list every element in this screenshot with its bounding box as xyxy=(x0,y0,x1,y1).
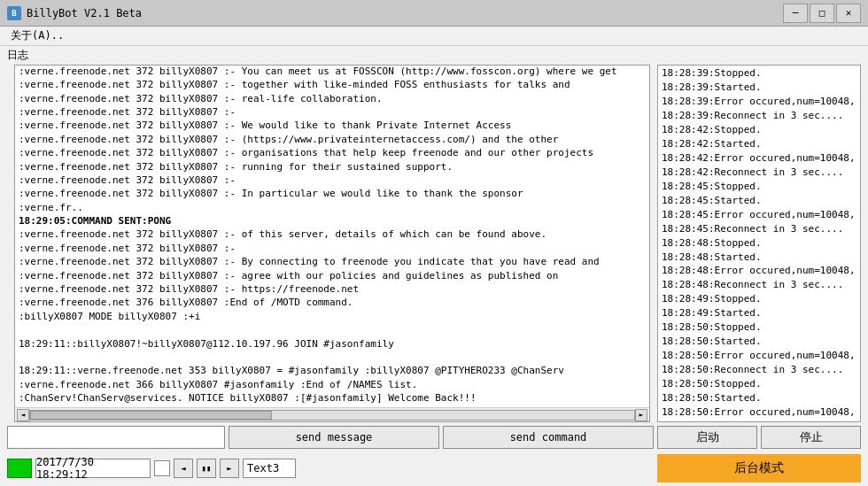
status-line: 18:28:48:Stopped. xyxy=(662,236,856,251)
message-input[interactable] xyxy=(7,426,225,449)
status-line: 18:28:42:Reconnect in 3 sec.... xyxy=(662,166,856,180)
status-line: 18:28:39:Stopped. xyxy=(662,66,856,81)
status-line: 18:28:48:Started. xyxy=(662,251,856,265)
log-section-label: 日志 xyxy=(0,46,868,65)
maximize-button[interactable]: □ xyxy=(810,4,834,23)
backend-button[interactable]: 后台模式 xyxy=(657,454,861,482)
log-content[interactable]: :verne.freenode.net 372 billyX0807 :- vo… xyxy=(15,66,649,407)
log-line: :verne.freenode.net 372 billyX0807 :- xyxy=(19,242,646,255)
log-line: :verne.freenode.net 372 billyX0807 :- (h… xyxy=(19,133,646,146)
status-line: 18:28:39:Started. xyxy=(662,81,856,95)
nav-next-button[interactable]: ► xyxy=(220,459,239,478)
log-line: :verne.freenode.net 372 billyX0807 :- We… xyxy=(19,119,646,132)
status-line: 18:28:45:Stopped. xyxy=(662,180,856,194)
bottom-bar: 2017/7/30 18:29:12 ◄ ▮▮ ► Text3 后台模式 xyxy=(0,451,868,486)
main-container: 日志 :verne.freenode.net 372 billyX0807 :-… xyxy=(0,46,868,486)
log-line: :verne.freenode.net 372 billyX0807 :- xyxy=(19,174,646,187)
log-line: :ChanServ!ChanServ@services. NOTICE bill… xyxy=(19,391,646,405)
text-label: Text3 xyxy=(243,459,296,478)
log-line: :verne.fr.. xyxy=(19,201,646,214)
log-line: :verne.freenode.net 372 billyX0807 :- ag… xyxy=(19,269,646,282)
close-button[interactable]: ✕ xyxy=(836,4,861,23)
status-line: 18:28:50:Started. xyxy=(662,335,856,349)
scroll-right-arrow[interactable]: ► xyxy=(635,409,647,421)
log-line: :verne.freenode.net 372 billyX0807 :- or… xyxy=(19,146,646,159)
status-line: 18:28:39:Reconnect in 3 sec.... xyxy=(662,109,856,123)
menu-bar: 关于(A).. xyxy=(0,27,868,46)
window-controls: ─ □ ✕ xyxy=(783,4,861,23)
log-line: :verne.freenode.net 372 billyX0807 :- Yo… xyxy=(19,66,646,78)
stop-button[interactable]: 停止 xyxy=(761,426,861,449)
datetime-display: 2017/7/30 18:29:12 xyxy=(35,459,151,478)
left-section: :verne.freenode.net 372 billyX0807 :- vo… xyxy=(7,65,654,422)
status-led xyxy=(7,459,32,478)
log-line: :verne.freenode.net 366 billyX0807 #jaso… xyxy=(19,378,646,391)
status-line: 18:28:42:Error occured,num=10048, xyxy=(662,151,856,166)
status-line: 18:28:49:Stopped. xyxy=(662,292,856,306)
status-line: 18:28:50:Stopped. xyxy=(662,377,856,391)
status-line: 18:28:45:Reconnect in 3 sec.... xyxy=(662,222,856,236)
right-action-buttons: 启动 停止 xyxy=(657,426,861,449)
status-line: 18:28:45:Error occured,num=10048, xyxy=(662,208,856,222)
log-line: 18:29:11::verne.freenode.net 353 billyX0… xyxy=(19,364,646,377)
log-line: :verne.freenode.net 372 billyX0807 :- ht… xyxy=(19,282,646,296)
status-line: 18:28:50:Error occured,num=10048, xyxy=(662,349,856,363)
scroll-left-arrow[interactable]: ◄ xyxy=(17,409,29,421)
status-panel[interactable]: 18:28:30:Started.18:28:30:Error occured,… xyxy=(657,65,861,422)
log-panel: :verne.freenode.net 372 billyX0807 :- vo… xyxy=(14,65,650,422)
start-button[interactable]: 启动 xyxy=(657,426,757,449)
status-line: 18:28:48:Reconnect in 3 sec.... xyxy=(662,278,856,292)
log-line: :verne.freenode.net 372 billyX0807 :- By… xyxy=(19,255,646,268)
log-line: :verne.freenode.net 372 billyX0807 :- In… xyxy=(19,187,646,200)
window-title: BillyBot V2.1 Beta xyxy=(27,7,783,19)
app-icon: B xyxy=(7,6,21,20)
status-line: 18:28:42:Stopped. xyxy=(662,123,856,137)
status-line: 18:28:45:Started. xyxy=(662,194,856,208)
send-message-button[interactable]: send message xyxy=(229,426,439,449)
log-line xyxy=(19,323,646,336)
send-command-button[interactable]: send command xyxy=(443,426,654,449)
log-line: :verne.freenode.net 372 billyX0807 :- ru… xyxy=(19,160,646,174)
status-line: 18:28:49:Started. xyxy=(662,306,856,320)
backend-area: 后台模式 xyxy=(657,454,861,482)
log-line: :verne.freenode.net 372 billyX0807 :- to… xyxy=(19,78,646,91)
scrollbar-track[interactable] xyxy=(29,410,635,420)
status-line: 18:28:50:Error occured,num=10048, xyxy=(662,405,856,420)
panels-row: :verne.freenode.net 372 billyX0807 :- vo… xyxy=(0,65,868,424)
nav-checkbox[interactable] xyxy=(154,460,170,476)
log-line: :verne.freenode.net 372 billyX0807 :- of… xyxy=(19,228,646,241)
menu-about[interactable]: 关于(A).. xyxy=(4,27,71,45)
horizontal-scrollbar[interactable]: ◄ ► xyxy=(15,407,649,421)
scrollbar-thumb[interactable] xyxy=(30,411,272,420)
log-line: :verne.freenode.net 372 billyX0807 :- xyxy=(19,105,646,119)
nav-prev-button[interactable]: ◄ xyxy=(174,459,193,478)
status-line: 18:28:48:Error occured,num=10048, xyxy=(662,264,856,278)
status-line: 18:28:39:Error occured,num=10048, xyxy=(662,95,856,109)
status-line: 18:28:50:Reconnect in 3 sec.... xyxy=(662,363,856,377)
status-line: 18:28:42:Started. xyxy=(662,137,856,151)
input-area: send message send command 启动 停止 xyxy=(0,424,868,451)
status-line: 18:28:50:Started. xyxy=(662,391,856,405)
log-line: 18:29:05:COMMAND SENT:PONG xyxy=(19,214,646,228)
log-line: :billyX0807 MODE billyX0807 :+i xyxy=(19,310,646,323)
log-line: :verne.freenode.net 372 billyX0807 :- re… xyxy=(19,92,646,105)
nav-pause-button[interactable]: ▮▮ xyxy=(197,459,216,478)
log-line xyxy=(19,351,646,364)
log-line: :verne.freenode.net 376 billyX0807 :End … xyxy=(19,296,646,309)
minimize-button[interactable]: ─ xyxy=(783,4,808,23)
title-bar: B BillyBot V2.1 Beta ─ □ ✕ xyxy=(0,0,868,27)
status-line: 18:28:50:Stopped. xyxy=(662,320,856,335)
log-line: 18:29:11::billyX0807!~billyX0807@112.10.… xyxy=(19,337,646,351)
